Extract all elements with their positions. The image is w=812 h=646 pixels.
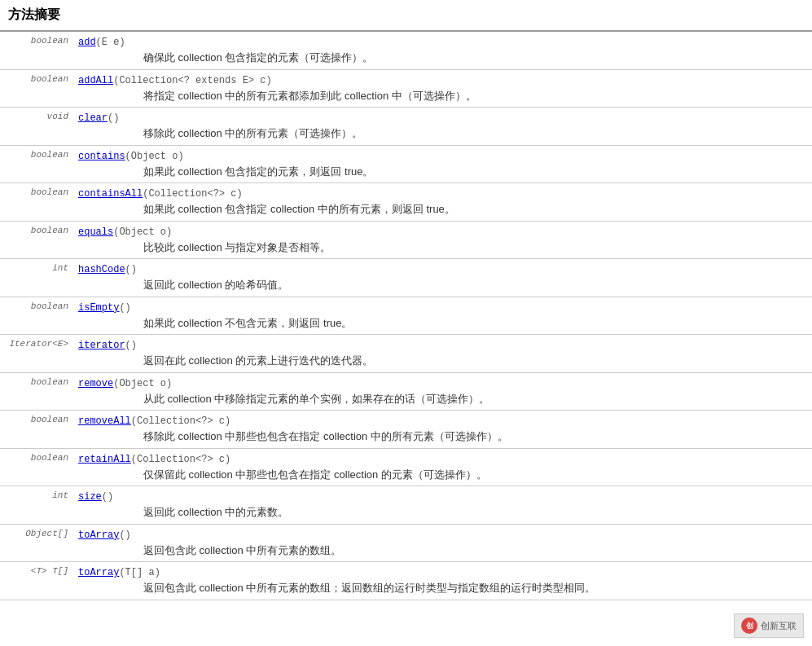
method-description: 如果此 collection 不包含元素，则返回 true。 bbox=[78, 315, 807, 332]
method-description: 返回此 collection 的哈希码值。 bbox=[78, 277, 807, 293]
method-cell: removeAll(Collection<?> c)移除此 collection… bbox=[73, 411, 812, 449]
method-params: (Object o) bbox=[125, 151, 184, 162]
method-params: () bbox=[119, 302, 130, 314]
method-name-link[interactable]: iterator bbox=[78, 340, 125, 351]
method-row: booleanequals(Object o)比较此 collection 与指… bbox=[0, 221, 812, 259]
method-description: 如果此 collection 包含指定 collection 中的所有元素，则返… bbox=[78, 201, 807, 218]
method-description: 返回包含此 collection 中所有元素的数组。 bbox=[78, 543, 807, 559]
method-name-link[interactable]: size bbox=[78, 491, 102, 503]
method-name-link[interactable]: retainAll bbox=[78, 454, 131, 465]
method-cell: clear()移除此 collection 中的所有元素（可选操作）。 bbox=[73, 108, 812, 146]
method-params: () bbox=[119, 530, 130, 541]
method-cell: addAll(Collection<? extends E> c)将指定 col… bbox=[73, 69, 812, 108]
return-type: boolean bbox=[0, 221, 73, 259]
method-row: inthashCode()返回此 collection 的哈希码值。 bbox=[0, 259, 812, 297]
method-params: () bbox=[108, 112, 119, 124]
method-cell: size()返回此 collection 中的元素数。 bbox=[73, 486, 812, 525]
return-type: int bbox=[0, 259, 73, 297]
return-type: boolean bbox=[0, 411, 73, 449]
return-type: <T> T[] bbox=[0, 562, 73, 600]
method-description: 返回包含此 collection 中所有元素的数组；返回数组的运行时类型与指定数… bbox=[78, 580, 807, 596]
method-row: intsize()返回此 collection 中的元素数。 bbox=[0, 486, 812, 525]
method-row: Iterator<E>iterator()返回在此 collection 的元素… bbox=[0, 335, 812, 373]
method-row: booleanaddAll(Collection<? extends E> c)… bbox=[0, 69, 812, 108]
method-cell: isEmpty()如果此 collection 不包含元素，则返回 true。 bbox=[73, 297, 812, 335]
method-description: 从此 collection 中移除指定元素的单个实例，如果存在的话（可选操作）。 bbox=[78, 391, 807, 407]
method-params: (Collection<?> c) bbox=[143, 188, 242, 200]
return-type: boolean bbox=[0, 297, 73, 335]
method-row: booleancontains(Object o)如果此 collection … bbox=[0, 145, 812, 183]
return-type: boolean bbox=[0, 448, 73, 486]
return-type: boolean bbox=[0, 145, 73, 183]
return-type: boolean bbox=[0, 372, 73, 411]
method-name-link[interactable]: addAll bbox=[78, 75, 113, 86]
method-name-link[interactable]: equals bbox=[78, 226, 113, 238]
method-name-link[interactable]: hashCode bbox=[78, 264, 125, 275]
return-type: Object[] bbox=[0, 524, 73, 562]
method-table: booleanadd(E e)确保此 collection 包含指定的元素（可选… bbox=[0, 32, 812, 600]
method-row: booleanisEmpty()如果此 collection 不包含元素，则返回… bbox=[0, 297, 812, 335]
method-description: 返回此 collection 中的元素数。 bbox=[78, 504, 807, 521]
method-cell: containsAll(Collection<?> c)如果此 collecti… bbox=[73, 183, 812, 222]
method-description: 返回在此 collection 的元素上进行迭代的迭代器。 bbox=[78, 353, 807, 369]
method-cell: toArray(T[] a)返回包含此 collection 中所有元素的数组；… bbox=[73, 562, 812, 600]
method-row: booleancontainsAll(Collection<?> c)如果此 c… bbox=[0, 183, 812, 222]
method-row: booleanretainAll(Collection<?> c)仅保留此 co… bbox=[0, 448, 812, 486]
method-cell: add(E e)确保此 collection 包含指定的元素（可选操作）。 bbox=[73, 32, 812, 69]
return-type: void bbox=[0, 108, 73, 146]
method-name-link[interactable]: isEmpty bbox=[78, 302, 119, 314]
method-name-link[interactable]: contains bbox=[78, 151, 125, 162]
method-cell: contains(Object o)如果此 collection 包含指定的元素… bbox=[73, 145, 812, 183]
method-description: 移除此 collection 中那些也包含在指定 collection 中的所有… bbox=[78, 428, 807, 445]
method-cell: equals(Object o)比较此 collection 与指定对象是否相等… bbox=[73, 221, 812, 259]
method-row: booleanremoveAll(Collection<?> c)移除此 col… bbox=[0, 411, 812, 449]
method-cell: remove(Object o)从此 collection 中移除指定元素的单个… bbox=[73, 372, 812, 411]
method-name-link[interactable]: clear bbox=[78, 112, 108, 124]
method-cell: hashCode()返回此 collection 的哈希码值。 bbox=[73, 259, 812, 297]
method-row: booleanadd(E e)确保此 collection 包含指定的元素（可选… bbox=[0, 32, 812, 69]
return-type: boolean bbox=[0, 69, 73, 108]
method-cell: iterator()返回在此 collection 的元素上进行迭代的迭代器。 bbox=[73, 335, 812, 373]
method-params: (E e) bbox=[96, 37, 125, 48]
method-name-link[interactable]: remove bbox=[78, 378, 113, 389]
method-name-link[interactable]: toArray bbox=[78, 530, 119, 541]
method-cell: retainAll(Collection<?> c)仅保留此 collectio… bbox=[73, 448, 812, 486]
method-row: voidclear()移除此 collection 中的所有元素（可选操作）。 bbox=[0, 108, 812, 146]
method-row: <T> T[]toArray(T[] a)返回包含此 collection 中所… bbox=[0, 562, 812, 600]
method-params: (Object o) bbox=[113, 378, 172, 389]
method-cell: toArray()返回包含此 collection 中所有元素的数组。 bbox=[73, 524, 812, 562]
method-row: booleanremove(Object o)从此 collection 中移除… bbox=[0, 372, 812, 411]
method-params: (Collection<?> c) bbox=[131, 415, 230, 427]
method-params: () bbox=[102, 491, 113, 503]
method-description: 移除此 collection 中的所有元素（可选操作）。 bbox=[78, 125, 807, 142]
method-params: (Collection<?> c) bbox=[131, 454, 230, 465]
method-description: 将指定 collection 中的所有元素都添加到此 collection 中（… bbox=[78, 88, 807, 104]
method-description: 确保此 collection 包含指定的元素（可选操作）。 bbox=[78, 50, 807, 66]
method-params: () bbox=[125, 340, 137, 351]
method-description: 比较此 collection 与指定对象是否相等。 bbox=[78, 240, 807, 256]
method-description: 如果此 collection 包含指定的元素，则返回 true。 bbox=[78, 164, 807, 180]
method-params: (Object o) bbox=[113, 226, 172, 238]
method-name-link[interactable]: add bbox=[78, 37, 96, 48]
method-name-link[interactable]: removeAll bbox=[78, 415, 131, 427]
method-params: () bbox=[125, 264, 137, 275]
method-row: Object[]toArray()返回包含此 collection 中所有元素的… bbox=[0, 524, 812, 562]
method-name-link[interactable]: toArray bbox=[78, 567, 119, 578]
method-params: (T[] a) bbox=[119, 567, 160, 578]
method-description: 仅保留此 collection 中那些也包含在指定 collection 的元素… bbox=[78, 467, 807, 483]
return-type: int bbox=[0, 486, 73, 525]
page-title: 方法摘要 bbox=[0, 0, 812, 32]
method-params: (Collection<? extends E> c) bbox=[113, 75, 271, 86]
return-type: boolean bbox=[0, 32, 73, 69]
return-type: Iterator<E> bbox=[0, 335, 73, 373]
method-name-link[interactable]: containsAll bbox=[78, 188, 143, 200]
return-type: boolean bbox=[0, 183, 73, 222]
